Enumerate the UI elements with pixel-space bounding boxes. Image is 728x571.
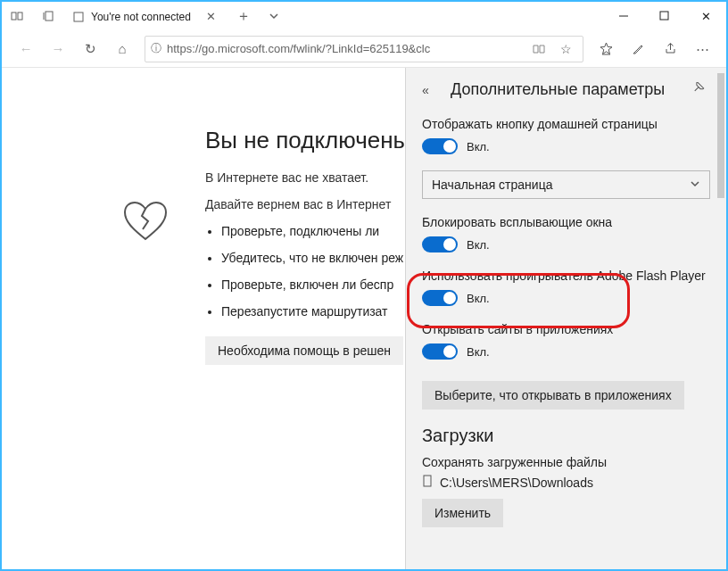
forward-button[interactable]: → xyxy=(43,34,73,64)
toggle-state: Вкл. xyxy=(467,140,490,153)
window-controls: ✕ xyxy=(603,2,726,30)
browser-tab[interactable]: You're not connected ✕ xyxy=(62,2,228,30)
setting-open-apps: Открывать сайты в приложениях Вкл. xyxy=(422,322,710,360)
setting-label: Отображать кнопку домашней страницы xyxy=(422,117,710,131)
svg-rect-9 xyxy=(424,476,431,486)
favorites-list-icon[interactable] xyxy=(591,34,621,64)
panel-scrollbar[interactable] xyxy=(717,73,724,564)
toggle-open-apps[interactable] xyxy=(422,343,458,360)
panel-title: Дополнительные параметры xyxy=(451,80,682,99)
toggle-state: Вкл. xyxy=(467,292,490,305)
choose-apps-button[interactable]: Выберите, что открывать в приложениях xyxy=(422,381,684,410)
setting-label: Блокировать всплывающие окна xyxy=(422,215,710,229)
svg-rect-4 xyxy=(74,12,83,21)
downloads-path-row: C:\Users\MERS\Downloads xyxy=(422,475,710,490)
set-aside-tabs-button[interactable] xyxy=(32,2,62,30)
toggle-popup-block[interactable] xyxy=(422,236,458,252)
svg-rect-1 xyxy=(18,12,22,20)
tab-title: You're not connected xyxy=(91,11,191,23)
chevron-down-icon xyxy=(690,178,700,192)
close-tab-button[interactable]: ✕ xyxy=(203,9,219,25)
downloads-label: Сохранять загруженные файлы xyxy=(422,455,710,469)
favorite-icon[interactable]: ☆ xyxy=(554,37,577,61)
url-text: https://go.microsoft.com/fwlink/?LinkId=… xyxy=(167,42,522,55)
svg-rect-2 xyxy=(46,12,53,21)
change-path-button[interactable]: Изменить xyxy=(422,499,503,527)
panel-back-button[interactable]: « xyxy=(422,83,440,97)
minimize-button[interactable] xyxy=(603,2,644,30)
folder-icon xyxy=(422,475,433,490)
address-bar[interactable]: ⓘ https://go.microsoft.com/fwlink/?LinkI… xyxy=(145,36,583,62)
settings-panel: « Дополнительные параметры Отображать кн… xyxy=(405,68,726,569)
downloads-heading: Загрузки xyxy=(422,426,710,446)
page-icon xyxy=(71,10,86,24)
title-bar: You're not connected ✕ ＋ ✕ xyxy=(2,2,726,30)
help-button[interactable]: Необходима помощь в решен xyxy=(205,336,403,365)
toggle-home-button[interactable] xyxy=(422,138,458,154)
toggle-flash[interactable] xyxy=(422,290,458,306)
setting-label: Открывать сайты в приложениях xyxy=(422,322,710,336)
svg-marker-7 xyxy=(600,43,612,54)
notes-icon[interactable] xyxy=(623,34,653,64)
more-button[interactable]: ⋯ xyxy=(687,34,717,64)
setting-label: Использовать проигрыватель Adobe Flash P… xyxy=(422,269,710,283)
home-button[interactable]: ⌂ xyxy=(107,34,137,64)
toggle-state: Вкл. xyxy=(467,238,490,252)
back-button[interactable]: ← xyxy=(11,34,41,64)
maximize-button[interactable] xyxy=(644,2,685,30)
dropdown-value: Начальная страница xyxy=(432,178,552,192)
home-page-dropdown[interactable]: Начальная страница xyxy=(422,170,710,199)
pin-icon[interactable] xyxy=(692,82,710,97)
info-icon: ⓘ xyxy=(151,41,161,56)
tab-options-button[interactable] xyxy=(259,2,289,30)
setting-home-button: Отображать кнопку домашней страницы Вкл. xyxy=(422,117,710,154)
refresh-button[interactable]: ↻ xyxy=(75,34,105,64)
tab-thumbnails-button[interactable] xyxy=(2,2,32,30)
setting-flash: Использовать проигрыватель Adobe Flash P… xyxy=(422,269,710,306)
setting-popup-block: Блокировать всплывающие окна Вкл. xyxy=(422,215,710,252)
close-window-button[interactable]: ✕ xyxy=(685,2,726,30)
toolbar: ← → ↻ ⌂ ⓘ https://go.microsoft.com/fwlin… xyxy=(2,30,726,68)
broken-heart-icon xyxy=(123,200,168,244)
page-content: Вы не подключены В Интернете вас не хват… xyxy=(2,68,726,569)
new-tab-button[interactable]: ＋ xyxy=(228,2,259,30)
reading-view-icon[interactable] xyxy=(527,37,550,61)
downloads-path: C:\Users\MERS\Downloads xyxy=(440,476,593,490)
svg-rect-6 xyxy=(660,12,668,20)
svg-rect-0 xyxy=(12,12,16,20)
toggle-state: Вкл. xyxy=(467,345,490,359)
share-icon[interactable] xyxy=(655,34,685,64)
